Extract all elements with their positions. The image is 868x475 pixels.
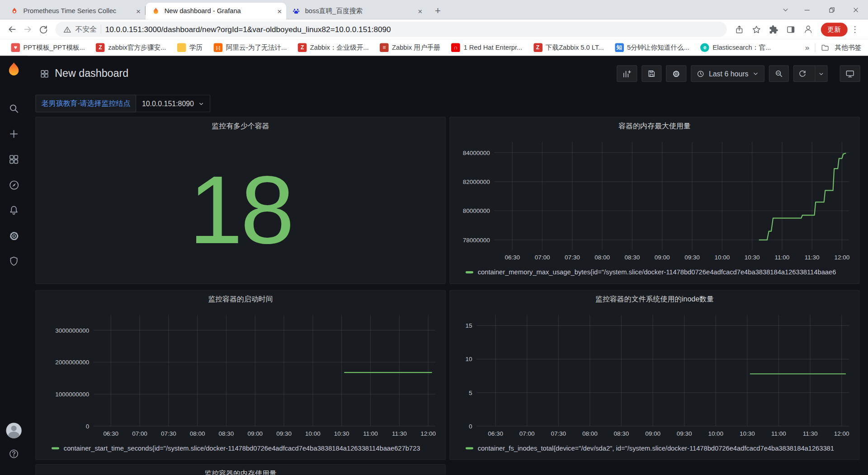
extensions-icon[interactable] (769, 24, 778, 34)
svg-text:11:00: 11:00 (771, 430, 786, 437)
share-icon[interactable] (735, 24, 744, 34)
panel-title[interactable]: 监控容器的内存使用量 (36, 465, 445, 475)
maximize-button[interactable] (819, 0, 844, 19)
tab-prometheus[interactable]: Prometheus Time Series Collec × (5, 3, 145, 19)
bookmark-item[interactable]: Zzabbix官方步骤安... (91, 41, 170, 54)
start-time-chart[interactable]: 010000000002000000000300000000006:3007:0… (40, 308, 440, 441)
zabbix-icon: Z (96, 43, 105, 52)
legend-series-label[interactable]: container_memory_max_usage_bytes{id="/sy… (478, 268, 836, 276)
tab-close-icon[interactable]: × (277, 7, 282, 15)
minimize-button[interactable] (795, 0, 819, 19)
zoom-out-button[interactable] (769, 65, 789, 82)
panel-container-count[interactable]: 监控有多少个容器 18 (35, 117, 445, 284)
bookmark-item[interactable]: ♥PPT模板_PPT模板... (7, 41, 90, 54)
legend-series-label[interactable]: container_fs_inodes_total{device="/dev/s… (478, 444, 834, 452)
tab-grafana[interactable]: New dashboard - Grafana × (146, 3, 286, 19)
bookmark-item[interactable]: 知5分钟让你知道什么... (610, 41, 694, 54)
back-button[interactable] (5, 22, 20, 37)
variable-value-dropdown[interactable]: 10.0.0.151:8090 (137, 94, 211, 112)
panel-memory-usage-partial[interactable]: 监控容器的内存使用量 (35, 464, 445, 475)
svg-text:0: 0 (86, 423, 89, 430)
url-bar[interactable]: 不安全 10.0.0.151:3000/dashboard/new?orgId=… (55, 22, 726, 37)
cycle-view-mode-button[interactable] (840, 65, 860, 82)
bookmark-star-icon[interactable] (752, 24, 761, 34)
dashboard-grid: 监控有多少个容器 18 容器的内存最大使用量 78000000800000008… (28, 116, 868, 475)
bookmark-item[interactable]: Z下载Zabbix 5.0 LT... (529, 41, 608, 54)
time-range-picker[interactable]: Last 6 hours (691, 65, 764, 82)
folder-note-icon (177, 43, 186, 52)
tab-baidu[interactable]: boss直聘_百度搜索 × (286, 3, 427, 19)
fs-inodes-chart[interactable]: 05101506:3007:0007:3008:0008:3009:0009:3… (454, 308, 854, 441)
bookmark-item[interactable]: ∩1 Red Hat Enterpr... (447, 42, 527, 54)
user-avatar[interactable] (6, 423, 21, 438)
heart-icon: ♥ (11, 43, 20, 52)
svg-text:07:30: 07:30 (161, 430, 176, 437)
new-tab-button[interactable]: + (430, 3, 445, 18)
sidebar-create-button[interactable] (3, 121, 25, 146)
profile-icon[interactable] (803, 24, 813, 34)
forward-button[interactable] (20, 22, 35, 37)
svg-text:11:30: 11:30 (392, 430, 407, 437)
panel-title[interactable]: 监控容器的启动时间 (36, 291, 445, 308)
bookmark-label: Zabbix：企业级开... (310, 43, 369, 52)
variable-value: 10.0.0.151:8090 (142, 99, 194, 108)
bookmarks-overflow-icon[interactable]: » (805, 43, 810, 52)
sidebar-server-admin-button[interactable] (3, 249, 25, 274)
panel-title[interactable]: 监控容器的文件系统使用的inode数量 (450, 291, 859, 308)
bookmark-item[interactable]: 学历 (173, 41, 207, 54)
svg-text:3000000000: 3000000000 (55, 327, 89, 334)
panel-title[interactable]: 容器的内存最大使用量 (450, 118, 859, 135)
refresh-interval-chevron-icon[interactable] (815, 66, 827, 81)
panel-fs-inodes[interactable]: 监控容器的文件系统使用的inode数量 05101506:3007:0007:3… (449, 290, 859, 460)
zhihu-icon: 知 (615, 43, 624, 52)
svg-text:08:30: 08:30 (625, 254, 640, 261)
toolbar-icons (731, 24, 817, 34)
bookmark-item[interactable]: eElasticsearch：官... (696, 41, 776, 54)
svg-text:09:00: 09:00 (645, 430, 660, 437)
sidebar-help-button[interactable] (3, 444, 25, 464)
grafana-logo[interactable] (5, 61, 22, 80)
bookmark-item[interactable]: ZZabbix：企业级开... (293, 41, 373, 54)
svg-text:10:00: 10:00 (305, 430, 321, 437)
side-panel-icon[interactable] (786, 24, 796, 34)
tab-close-icon[interactable]: × (418, 7, 422, 15)
zabbix-icon: Z (533, 43, 542, 52)
sidebar-dashboards-button[interactable] (3, 146, 25, 172)
svg-text:09:30: 09:30 (684, 254, 700, 261)
close-window-button[interactable] (844, 0, 868, 19)
browser-menu-icon[interactable]: ⋮ (848, 24, 864, 34)
legend-series-label[interactable]: container_start_time_seconds{id="/system… (64, 444, 420, 452)
panel-memory-max-usage[interactable]: 容器的内存最大使用量 78000000800000008200000084000… (449, 117, 859, 284)
aliyun-icon: [-] (214, 43, 223, 52)
sidebar-explore-button[interactable] (3, 172, 25, 198)
legend-series-marker (466, 447, 473, 449)
url-text[interactable]: 10.0.0.151:3000/dashboard/new?orgId=1&va… (105, 25, 391, 34)
tab-search-icon[interactable] (776, 0, 795, 19)
sidebar-search-button[interactable] (3, 96, 25, 121)
update-button[interactable]: 更新 (821, 23, 848, 37)
bookmark-item[interactable]: ≡Zabbix 用户手册 (375, 41, 445, 54)
save-dashboard-button[interactable] (642, 65, 662, 82)
tab-strip: Prometheus Time Series Collec × New dash… (0, 0, 868, 19)
reload-button[interactable] (35, 22, 51, 37)
security-label[interactable]: 不安全 (75, 24, 97, 34)
add-panel-button[interactable] (617, 65, 637, 82)
memory-usage-chart[interactable]: 7800000080000000820000008400000006:3007:… (454, 135, 854, 265)
warning-icon (63, 25, 71, 33)
dashboard-settings-button[interactable] (666, 65, 687, 82)
other-bookmarks-folder-icon (821, 43, 829, 52)
dashboard-grid-icon (40, 69, 49, 78)
panel-title[interactable]: 监控有多少个容器 (36, 118, 445, 135)
tab-close-icon[interactable]: × (136, 7, 141, 15)
svg-text:10:30: 10:30 (745, 254, 760, 261)
svg-text:06:30: 06:30 (103, 430, 118, 437)
clock-icon (697, 70, 705, 78)
sidebar-configuration-button[interactable] (3, 223, 25, 248)
other-bookmarks-label[interactable]: 其他书签 (835, 43, 862, 52)
variable-label[interactable]: 老男孩教育-请选择监控结点 (35, 94, 136, 112)
panel-start-time[interactable]: 监控容器的启动时间 010000000002000000000300000000… (35, 290, 445, 460)
sidebar-alerting-button[interactable] (3, 198, 25, 223)
refresh-button[interactable] (793, 65, 828, 82)
svg-text:08:00: 08:00 (582, 430, 598, 437)
bookmark-item[interactable]: [-]阿里云-为了无法计... (209, 41, 291, 54)
